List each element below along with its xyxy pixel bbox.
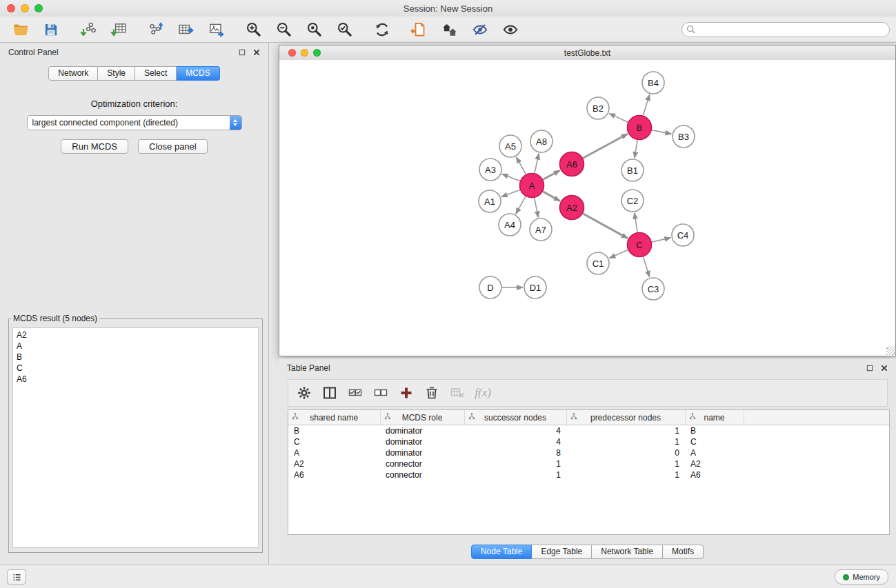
node-D[interactable]: D <box>479 276 501 298</box>
cell-name[interactable]: A6 <box>685 469 744 480</box>
node-C[interactable]: C <box>628 233 652 257</box>
tab-motifs[interactable]: Motifs <box>663 545 704 559</box>
deselect-all-button[interactable] <box>372 383 390 403</box>
node-C3[interactable]: C3 <box>642 278 664 300</box>
cell-name[interactable]: A2 <box>685 458 744 469</box>
cell-predecessor-nodes[interactable]: 1 <box>566 425 685 437</box>
edge-A-to-A8[interactable] <box>535 154 539 173</box>
open-session-button[interactable] <box>11 20 30 39</box>
mcds-result-item[interactable]: B <box>17 352 258 363</box>
node-C1[interactable]: C1 <box>587 252 609 274</box>
tab-network[interactable]: Network <box>48 66 98 81</box>
float-panel-icon[interactable] <box>239 49 246 56</box>
node-D1[interactable]: D1 <box>524 276 546 298</box>
cell-name[interactable]: B <box>685 425 744 437</box>
node-A[interactable]: A <box>520 174 544 198</box>
cell-successor-nodes[interactable]: 1 <box>464 469 566 480</box>
import-table-button[interactable] <box>109 20 128 39</box>
node-A8[interactable]: A8 <box>530 130 552 152</box>
criterion-dropdown[interactable]: largest connected component (directed) <box>27 115 242 130</box>
run-mcds-button[interactable]: Run MCDS <box>61 139 128 154</box>
cell-predecessor-nodes[interactable]: 1 <box>566 469 685 480</box>
select-all-button[interactable] <box>346 383 364 403</box>
window-resize-handle[interactable] <box>886 347 895 355</box>
show-columns-button[interactable] <box>321 383 339 403</box>
node-B3[interactable]: B3 <box>673 125 695 148</box>
network-canvas[interactable]: AA6A2BCA1A3A4A5A7A8B1B2B3B4C1C2C3C4DD1 <box>279 60 895 356</box>
zoom-selected-button[interactable] <box>335 20 354 39</box>
node-A7[interactable]: A7 <box>530 219 552 241</box>
fullscreen-window-button[interactable] <box>34 4 43 12</box>
export-network-button[interactable] <box>146 20 165 39</box>
cell-successor-nodes[interactable]: 4 <box>464 425 566 437</box>
cell-shared-name[interactable]: A2 <box>288 458 380 469</box>
function-builder-button[interactable]: f(x) <box>474 383 492 403</box>
node-B[interactable]: B <box>628 116 652 140</box>
cell-name[interactable]: A <box>685 447 744 458</box>
column-header-shared-name[interactable]: shared name <box>288 410 380 425</box>
add-entry-button[interactable] <box>397 383 415 403</box>
tab-style[interactable]: Style <box>98 66 135 81</box>
tab-mcds[interactable]: MCDS <box>177 66 219 81</box>
task-history-button[interactable] <box>7 569 26 585</box>
cell-shared-name[interactable]: B <box>288 425 380 437</box>
table-row-A2[interactable]: A2connector11A2 <box>288 458 889 469</box>
tab-edge-table[interactable]: Edge Table <box>532 545 592 559</box>
node-C4[interactable]: C4 <box>672 224 694 246</box>
zoom-fit-button[interactable] <box>305 20 323 39</box>
edge-B-to-B1[interactable] <box>635 140 637 158</box>
edge-C-to-C2[interactable] <box>635 213 637 232</box>
mcds-result-item[interactable]: A <box>17 341 258 352</box>
cell-successor-nodes[interactable]: 8 <box>464 447 566 458</box>
node-C2[interactable]: C2 <box>621 190 644 212</box>
node-B4[interactable]: B4 <box>642 72 664 94</box>
edge-A-to-A4[interactable] <box>516 196 526 214</box>
edge-B-to-B3[interactable] <box>652 130 671 134</box>
mcds-result-list[interactable]: A2ABCA6 <box>12 327 259 548</box>
network-minimize-button[interactable] <box>301 49 308 57</box>
edge-A6-to-B[interactable] <box>583 134 628 158</box>
column-header-successor-nodes[interactable]: successor nodes <box>464 410 566 425</box>
zoom-in-button[interactable] <box>244 20 263 39</box>
cell-successor-nodes[interactable]: 4 <box>464 436 566 447</box>
export-document-button[interactable] <box>410 20 428 39</box>
network-close-button[interactable] <box>288 49 296 57</box>
cell-MCDS-role[interactable]: connector <box>380 458 464 469</box>
edge-A2-to-C[interactable] <box>583 214 628 239</box>
edge-C-to-C4[interactable] <box>652 238 670 242</box>
search-input[interactable] <box>681 22 890 37</box>
edge-A-to-A6[interactable] <box>543 170 560 179</box>
close-table-panel-icon[interactable] <box>881 365 888 372</box>
cell-MCDS-role[interactable]: connector <box>380 469 464 480</box>
memory-button[interactable]: Memory <box>835 569 888 585</box>
node-A5[interactable]: A5 <box>499 135 521 157</box>
cell-MCDS-role[interactable]: dominator <box>380 436 464 447</box>
table-row-A6[interactable]: A6connector11A6 <box>288 469 889 480</box>
table-row-B[interactable]: Bdominator41B <box>288 425 889 437</box>
edge-B-to-B4[interactable] <box>643 94 649 115</box>
export-image-button[interactable] <box>207 20 226 39</box>
column-header-MCDS-role[interactable]: MCDS role <box>380 410 464 425</box>
close-panel-icon[interactable] <box>253 49 260 56</box>
node-A2[interactable]: A2 <box>560 196 584 220</box>
node-B1[interactable]: B1 <box>621 159 644 181</box>
cell-predecessor-nodes[interactable]: 1 <box>566 436 685 447</box>
cell-successor-nodes[interactable]: 1 <box>464 458 566 469</box>
delete-entry-button[interactable] <box>423 383 441 403</box>
export-table-button[interactable] <box>177 20 195 39</box>
clear-table-button[interactable] <box>448 383 466 403</box>
hide-selected-button[interactable] <box>470 20 489 39</box>
node-A6[interactable]: A6 <box>560 152 584 176</box>
cell-MCDS-role[interactable]: dominator <box>380 425 464 437</box>
mcds-result-item[interactable]: A6 <box>17 374 258 385</box>
close-panel-button[interactable]: Close panel <box>138 139 208 154</box>
mcds-result-item[interactable]: A2 <box>17 330 258 341</box>
cell-shared-name[interactable]: A <box>288 447 380 458</box>
edge-A-to-A1[interactable] <box>501 190 520 197</box>
node-B2[interactable]: B2 <box>587 97 609 119</box>
float-table-panel-icon[interactable] <box>866 365 873 372</box>
mcds-result-item[interactable]: C <box>17 363 258 374</box>
table-row-C[interactable]: Cdominator41C <box>288 436 889 447</box>
column-header-name[interactable]: name <box>685 410 744 425</box>
first-neighbors-button[interactable] <box>440 20 459 39</box>
